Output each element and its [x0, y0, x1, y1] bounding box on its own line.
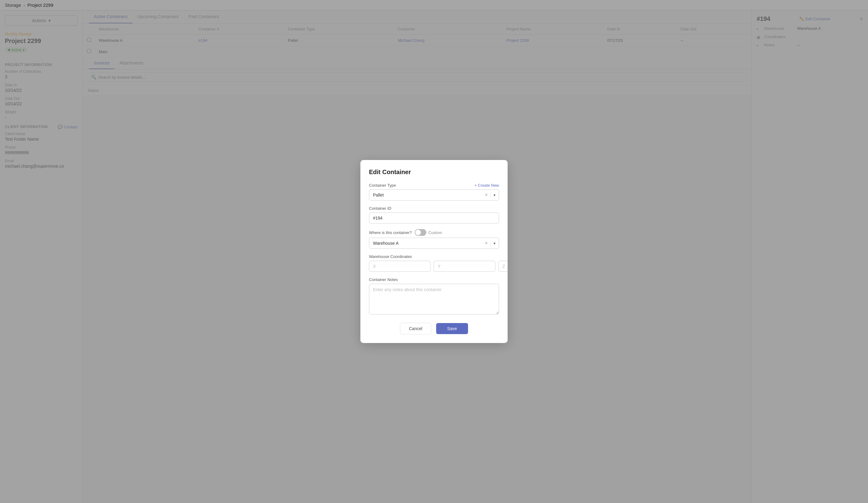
custom-label: Custom: [428, 230, 442, 235]
where-label: Where is this container?: [369, 230, 412, 235]
container-type-label-row: Container Type + Create New: [369, 183, 499, 188]
container-type-clear-button[interactable]: ×: [483, 192, 490, 198]
location-value: Warehouse A: [369, 238, 483, 249]
custom-toggle-wrap: Custom: [415, 229, 442, 236]
container-type-label: Container Type: [369, 183, 396, 188]
notes-group: Container Notes: [369, 277, 499, 315]
container-type-select[interactable]: Pallet × ▾: [369, 190, 499, 201]
modal-footer: Cancel Save: [369, 323, 499, 334]
notes-textarea[interactable]: [369, 284, 499, 314]
cancel-button[interactable]: Cancel: [400, 323, 431, 334]
modal-overlay[interactable]: Edit Container Container Type + Create N…: [0, 0, 868, 503]
modal-title: Edit Container: [369, 169, 499, 175]
coord-y-input[interactable]: [434, 261, 495, 272]
create-new-link[interactable]: + Create New: [475, 183, 499, 188]
container-id-label: Container ID: [369, 206, 499, 211]
custom-toggle[interactable]: [415, 229, 426, 236]
coordinates-group: Warehouse Coordinates: [369, 254, 499, 272]
where-container-row: Where is this container? Custom: [369, 229, 499, 236]
toggle-knob: [415, 230, 421, 235]
container-id-input[interactable]: [369, 212, 499, 223]
where-container-group: Where is this container? Custom Warehous…: [369, 229, 499, 249]
coord-z-input[interactable]: [498, 261, 508, 272]
location-clear-button[interactable]: ×: [483, 240, 490, 246]
container-type-dropdown-button[interactable]: ▾: [490, 193, 499, 198]
location-dropdown-button[interactable]: ▾: [490, 241, 499, 246]
edit-container-modal: Edit Container Container Type + Create N…: [360, 160, 508, 343]
coords-label: Warehouse Coordinates: [369, 254, 499, 259]
save-button[interactable]: Save: [436, 323, 468, 334]
container-type-group: Container Type + Create New Pallet × ▾: [369, 183, 499, 201]
container-type-value: Pallet: [369, 190, 483, 200]
coord-x-input[interactable]: [369, 261, 431, 272]
location-select[interactable]: Warehouse A × ▾: [369, 238, 499, 249]
coords-row: [369, 261, 499, 272]
container-id-group: Container ID: [369, 206, 499, 223]
notes-label: Container Notes: [369, 277, 499, 282]
